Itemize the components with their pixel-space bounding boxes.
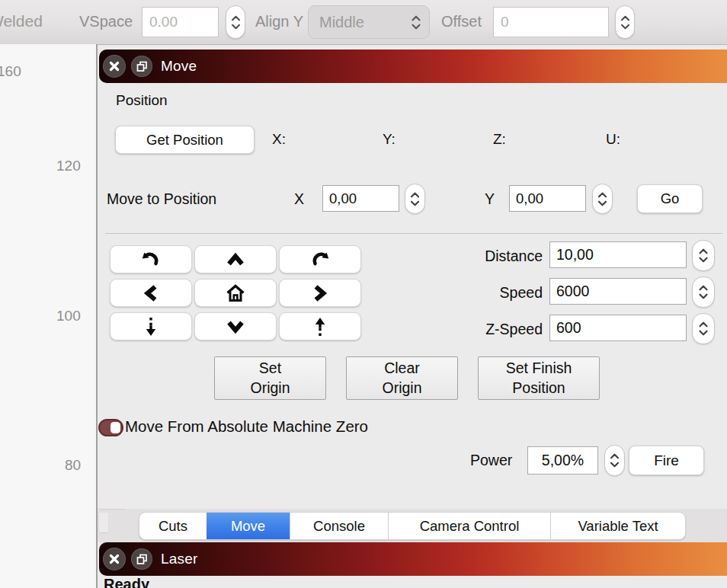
chevron-up-icon <box>224 249 247 270</box>
tab-cuts[interactable]: Cuts <box>139 513 207 539</box>
chevron-down-icon <box>698 293 709 299</box>
power-input[interactable] <box>527 446 598 475</box>
move-panel-title: Move <box>161 58 197 75</box>
offset-stepper[interactable] <box>615 5 635 39</box>
set-finish-line2: Position <box>512 379 565 396</box>
home-button[interactable] <box>194 279 277 307</box>
grid-label: 100 <box>56 308 81 324</box>
y-position-stepper[interactable] <box>592 184 613 214</box>
jog-up-button[interactable] <box>194 245 277 273</box>
speed-input[interactable] <box>549 278 687 305</box>
scrollbar-corner <box>99 491 125 509</box>
jog-right-button[interactable] <box>279 279 361 307</box>
move-from-absolute-zero-toggle[interactable] <box>98 419 123 436</box>
align-y-dropdown[interactable]: Middle <box>308 5 430 39</box>
fire-button[interactable]: Fire <box>629 446 704 475</box>
x-field-label: X <box>294 190 304 208</box>
set-finish-line1: Set Finish <box>506 360 572 376</box>
offset-input[interactable] <box>493 7 609 37</box>
z-down-button[interactable] <box>110 312 192 340</box>
set-origin-line2: Origin <box>250 379 290 396</box>
jog-down-button[interactable] <box>194 312 277 340</box>
section-divider <box>105 233 722 234</box>
clear-origin-line2: Origin <box>382 379 421 396</box>
tab-variable-text[interactable]: Variable Text <box>550 513 685 539</box>
vspace-input[interactable] <box>142 7 219 37</box>
scrollbar-corner <box>99 513 108 532</box>
chevron-up-icon <box>698 321 709 328</box>
chevron-down-icon <box>620 24 630 30</box>
tab-camera-control[interactable]: Camera Control <box>388 513 550 539</box>
axis-z-label: Z: <box>493 131 506 148</box>
move-from-absolute-zero-label: Move From Absolute Machine Zero <box>125 417 368 436</box>
chevron-down-icon <box>231 24 241 30</box>
chevron-down-icon <box>698 257 709 263</box>
workspace-canvas[interactable]: 160 120 100 80 <box>0 44 98 588</box>
close-icon[interactable] <box>103 55 126 78</box>
y-field-label: Y <box>485 190 495 208</box>
distance-label: Distance <box>427 248 543 265</box>
distance-stepper[interactable] <box>692 240 715 271</box>
zspeed-input[interactable] <box>549 315 687 341</box>
x-position-stepper[interactable] <box>405 184 425 214</box>
z-down-icon <box>141 315 161 338</box>
z-up-button[interactable] <box>279 312 361 340</box>
zspeed-stepper[interactable] <box>692 313 715 344</box>
x-position-input[interactable] <box>322 185 399 212</box>
go-button[interactable]: Go <box>637 184 703 213</box>
chevron-up-icon <box>597 192 607 198</box>
float-panel-icon[interactable] <box>131 548 152 570</box>
chevron-up-icon <box>410 192 420 198</box>
close-icon[interactable] <box>103 548 126 570</box>
chevron-down-icon <box>610 462 620 468</box>
chevron-up-icon <box>698 285 709 291</box>
tab-move[interactable]: Move <box>207 513 290 539</box>
vspace-stepper[interactable] <box>226 5 245 39</box>
laser-panel-title: Laser <box>161 551 198 567</box>
rotate-cw-button[interactable] <box>279 245 361 273</box>
move-panel-titlebar[interactable]: Move <box>99 50 727 83</box>
chevron-left-icon <box>140 282 162 305</box>
chevron-up-icon <box>698 248 709 254</box>
chevron-up-icon <box>620 15 630 21</box>
set-origin-line1: Set <box>259 360 281 376</box>
set-finish-position-button[interactable]: Set Finish Position <box>478 356 600 400</box>
offset-label: Offset <box>441 13 482 30</box>
laser-panel-titlebar[interactable]: Laser <box>99 542 727 576</box>
dock-tabbar: Cuts Move Console Camera Control Variabl… <box>139 512 686 540</box>
clear-origin-line1: Clear <box>384 360 420 376</box>
chevron-right-icon <box>309 282 331 305</box>
laser-status-text: Ready <box>104 576 149 588</box>
align-y-label: Align Y <box>255 13 303 30</box>
chevron-down-icon <box>410 200 420 206</box>
set-origin-button[interactable]: Set Origin <box>214 356 326 400</box>
chevron-up-icon <box>231 15 241 21</box>
move-to-position-label: Move to Position <box>107 190 216 208</box>
clear-origin-button[interactable]: Clear Origin <box>346 356 458 400</box>
rotate-cw-icon <box>309 248 331 271</box>
grid-label: 160 <box>0 63 21 80</box>
tab-console[interactable]: Console <box>290 513 388 539</box>
float-panel-icon[interactable] <box>131 56 152 77</box>
grid-label: 80 <box>65 457 81 474</box>
welded-label: Welded <box>0 12 43 30</box>
axis-x-label: X: <box>272 131 286 148</box>
rotate-ccw-button[interactable] <box>110 245 192 273</box>
speed-label: Speed <box>427 284 543 302</box>
chevron-down-icon <box>698 330 709 336</box>
speed-stepper[interactable] <box>692 276 715 308</box>
distance-input[interactable] <box>549 241 687 268</box>
y-position-input[interactable] <box>509 185 586 212</box>
get-position-button[interactable]: Get Position <box>115 126 255 154</box>
home-icon <box>224 282 247 305</box>
lightburn-window: Welded VSpace Align Y Middle Offset 160 … <box>0 0 727 588</box>
jog-left-button[interactable] <box>110 279 192 307</box>
power-stepper[interactable] <box>604 445 625 476</box>
align-y-value: Middle <box>309 14 411 31</box>
axis-y-label: Y: <box>383 131 396 148</box>
rotate-ccw-icon <box>139 248 162 271</box>
dropdown-chevrons-icon <box>411 15 421 30</box>
power-label: Power <box>470 452 512 469</box>
z-up-icon <box>310 315 330 338</box>
text-options-toolbar: Welded VSpace Align Y Middle Offset <box>0 0 727 45</box>
